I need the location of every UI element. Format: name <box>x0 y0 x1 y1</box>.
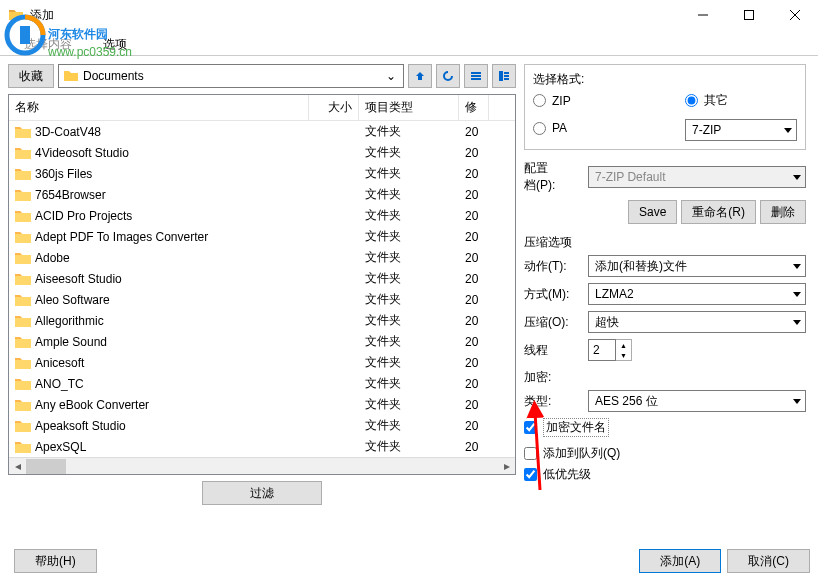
file-type: 文件夹 <box>359 396 459 413</box>
refresh-button[interactable] <box>436 64 460 88</box>
list-icon <box>470 70 482 82</box>
table-row[interactable]: 4Videosoft Studio文件夹20 <box>9 142 515 163</box>
folder-icon <box>15 440 31 454</box>
format-label: 选择格式: <box>533 71 797 88</box>
maximize-button[interactable] <box>726 0 772 30</box>
add-button[interactable]: 添加(A) <box>639 549 721 573</box>
encrypt-filenames-checkbox[interactable] <box>524 421 537 434</box>
spin-down-icon[interactable]: ▼ <box>616 350 631 360</box>
folder-icon <box>15 398 31 412</box>
method-select[interactable]: LZMA2 <box>588 283 806 305</box>
enc-type-select[interactable]: AES 256 位 <box>588 390 806 412</box>
file-mod: 20 <box>459 125 489 139</box>
tab-options[interactable]: 选项 <box>89 32 141 57</box>
table-row[interactable]: Allegorithmic文件夹20 <box>9 310 515 331</box>
table-row[interactable]: Aleo Software文件夹20 <box>9 289 515 310</box>
encrypt-filenames-label: 加密文件名 <box>543 418 609 437</box>
close-button[interactable] <box>772 0 818 30</box>
file-mod: 20 <box>459 377 489 391</box>
format-select[interactable]: 7-ZIP <box>685 119 797 141</box>
save-button[interactable]: Save <box>628 200 677 224</box>
compress-header: 压缩选项 <box>524 234 806 251</box>
col-mod[interactable]: 修 <box>459 95 489 120</box>
window-buttons <box>680 0 818 30</box>
svg-rect-5 <box>499 71 503 81</box>
tab-content[interactable]: 选择内容 <box>10 32 86 57</box>
path-text: Documents <box>83 69 383 83</box>
radio-pa[interactable] <box>533 122 546 135</box>
table-row[interactable]: 3D-CoatV48文件夹20 <box>9 121 515 142</box>
table-row[interactable]: ACID Pro Projects文件夹20 <box>9 205 515 226</box>
file-type: 文件夹 <box>359 312 459 329</box>
radio-zip[interactable] <box>533 94 546 107</box>
table-row[interactable]: Aiseesoft Studio文件夹20 <box>9 268 515 289</box>
file-name: ApexSQL <box>35 440 86 454</box>
col-type[interactable]: 项目类型 <box>359 95 459 120</box>
table-row[interactable]: Adobe文件夹20 <box>9 247 515 268</box>
table-row[interactable]: Adept PDF To Images Converter文件夹20 <box>9 226 515 247</box>
folder-icon <box>15 293 31 307</box>
table-row[interactable]: Apeaksoft Studio文件夹20 <box>9 415 515 436</box>
spin-up-icon[interactable]: ▲ <box>616 340 631 350</box>
filter-button[interactable]: 过滤 <box>202 481 322 505</box>
file-name: Apeaksoft Studio <box>35 419 126 433</box>
profile-select[interactable]: 7-ZIP Default <box>588 166 806 188</box>
file-mod: 20 <box>459 440 489 454</box>
file-type: 文件夹 <box>359 333 459 350</box>
lowpri-checkbox[interactable] <box>524 468 537 481</box>
action-label: 动作(T): <box>524 258 580 275</box>
queue-checkbox[interactable] <box>524 447 537 460</box>
tab-row: 选择内容 选项 <box>0 30 818 56</box>
col-size[interactable]: 大小 <box>309 95 359 120</box>
folder-icon <box>15 377 31 391</box>
table-row[interactable]: Anicesoft文件夹20 <box>9 352 515 373</box>
folder-icon <box>15 146 31 160</box>
threads-spinner[interactable]: 2 ▲▼ <box>588 339 632 361</box>
folder-icon <box>15 209 31 223</box>
titlebar: 添加 <box>0 0 818 30</box>
cancel-button[interactable]: 取消(C) <box>727 549 810 573</box>
scroll-thumb[interactable] <box>26 459 66 474</box>
list-header[interactable]: 名称 大小 项目类型 修 <box>9 95 515 121</box>
file-name: 4Videosoft Studio <box>35 146 129 160</box>
threads-value[interactable]: 2 <box>588 339 616 361</box>
scroll-right-icon[interactable]: ▸ <box>498 458 515 475</box>
radio-other-label: 其它 <box>704 92 728 109</box>
scroll-left-icon[interactable]: ◂ <box>9 458 26 475</box>
table-row[interactable]: ANO_TC文件夹20 <box>9 373 515 394</box>
file-type: 文件夹 <box>359 249 459 266</box>
table-row[interactable]: 7654Browser文件夹20 <box>9 184 515 205</box>
path-selector[interactable]: Documents ⌄ <box>58 64 404 88</box>
delete-button[interactable]: 删除 <box>760 200 806 224</box>
file-list: 名称 大小 项目类型 修 3D-CoatV48文件夹204Videosoft S… <box>8 94 516 475</box>
file-mod: 20 <box>459 356 489 370</box>
file-name: Any eBook Converter <box>35 398 149 412</box>
file-name: 360js Files <box>35 167 92 181</box>
file-name: Adobe <box>35 251 70 265</box>
table-row[interactable]: Any eBook Converter文件夹20 <box>9 394 515 415</box>
favorites-button[interactable]: 收藏 <box>8 64 54 88</box>
folder-icon <box>15 419 31 433</box>
table-row[interactable]: 360js Files文件夹20 <box>9 163 515 184</box>
minimize-button[interactable] <box>680 0 726 30</box>
profile-label: 配置档(P): <box>524 160 580 194</box>
file-name: Aiseesoft Studio <box>35 272 122 286</box>
view-list-button[interactable] <box>464 64 488 88</box>
table-row[interactable]: ApexSQL文件夹20 <box>9 436 515 457</box>
help-button[interactable]: 帮助(H) <box>14 549 97 573</box>
view-detail-button[interactable] <box>492 64 516 88</box>
radio-other[interactable] <box>685 94 698 107</box>
file-type: 文件夹 <box>359 291 459 308</box>
action-select[interactable]: 添加(和替换)文件 <box>588 255 806 277</box>
folder-icon <box>15 188 31 202</box>
col-name[interactable]: 名称 <box>9 95 309 120</box>
file-type: 文件夹 <box>359 417 459 434</box>
table-row[interactable]: Ample Sound文件夹20 <box>9 331 515 352</box>
level-select[interactable]: 超快 <box>588 311 806 333</box>
rename-button[interactable]: 重命名(R) <box>681 200 756 224</box>
up-button[interactable] <box>408 64 432 88</box>
folder-icon <box>15 167 31 181</box>
horizontal-scrollbar[interactable]: ◂ ▸ <box>9 457 515 474</box>
file-name: 3D-CoatV48 <box>35 125 101 139</box>
file-name: Aleo Software <box>35 293 110 307</box>
